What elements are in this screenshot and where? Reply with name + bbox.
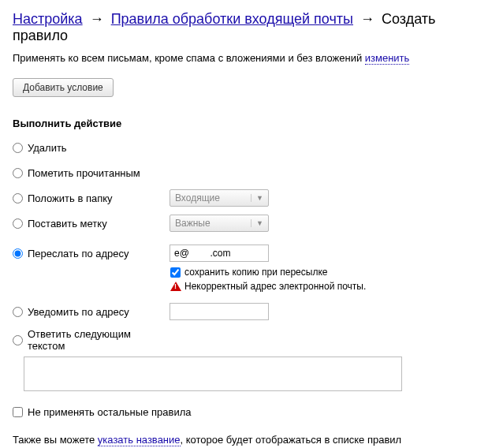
action-notify-label: Уведомить по адресу (28, 306, 170, 318)
action-moveto-radio[interactable] (13, 193, 23, 203)
action-reply-label: Ответить следующим текстом (28, 328, 170, 352)
action-label-radio[interactable] (13, 218, 23, 229)
applies-to-text: Применять ко всем письмам, кроме спама с… (13, 52, 490, 64)
action-delete-label: Удалить (28, 142, 170, 154)
breadcrumb-sep: → (90, 11, 104, 27)
action-moveto-row: Положить в папку Входящие ▼ (13, 189, 490, 207)
action-forward-label: Переслать по адресу (28, 248, 170, 259)
action-section-title: Выполнить действие (13, 118, 490, 129)
action-label-label: Поставить метку (28, 218, 170, 230)
forward-extra-block: сохранить копию при пересылке Некорректн… (170, 267, 490, 292)
action-label-row: Поставить метку Важные ▼ (13, 215, 490, 232)
label-name-dropdown[interactable]: Важные ▼ (170, 215, 269, 232)
keep-copy-checkbox[interactable] (170, 267, 181, 278)
action-moveto-label: Положить в папку (28, 192, 170, 204)
notify-address-input[interactable] (170, 303, 269, 320)
forward-address-input[interactable] (170, 245, 269, 262)
action-reply-radio[interactable] (13, 335, 23, 345)
action-notify-row: Уведомить по адресу (13, 303, 490, 320)
warning-icon (170, 282, 181, 291)
moveto-folder-dropdown[interactable]: Входящие ▼ (170, 189, 269, 207)
stop-rules-row[interactable]: Не применять остальные правила (13, 406, 490, 418)
stop-rules-checkbox[interactable] (13, 407, 23, 417)
action-delete-radio[interactable] (13, 143, 23, 153)
name-hint-text: Также вы можете указать название, которо… (13, 434, 490, 446)
keep-copy-row[interactable]: сохранить копию при пересылке (170, 267, 490, 278)
action-markread-radio[interactable] (13, 168, 23, 178)
breadcrumb: Настройка → Правила обработки входящей п… (13, 11, 490, 44)
label-name-value: Важные (175, 218, 211, 229)
stop-rules-label: Не применять остальные правила (28, 406, 191, 418)
reply-text-input[interactable] (24, 357, 402, 391)
action-forward-radio[interactable] (13, 248, 23, 259)
breadcrumb-rules-link[interactable]: Правила обработки входящей почты (111, 11, 353, 27)
action-markread-row[interactable]: Пометить прочитанным (13, 164, 490, 181)
invalid-email-text: Некорректный адрес электронной почты. (184, 281, 366, 292)
action-reply-row[interactable]: Ответить следующим текстом (13, 328, 490, 352)
chevron-down-icon: ▼ (251, 219, 263, 227)
breadcrumb-sep: → (360, 11, 374, 27)
chevron-down-icon: ▼ (251, 194, 263, 202)
breadcrumb-settings-link[interactable]: Настройка (13, 11, 83, 27)
invalid-email-error: Некорректный адрес электронной почты. (170, 281, 490, 292)
action-markread-label: Пометить прочитанным (28, 167, 170, 179)
add-condition-button[interactable]: Добавить условие (13, 78, 114, 97)
action-forward-row: Переслать по адресу (13, 245, 490, 262)
keep-copy-label: сохранить копию при пересылке (184, 267, 327, 278)
action-notify-radio[interactable] (13, 307, 23, 317)
edit-conditions-link[interactable]: изменить (365, 52, 410, 65)
reply-textarea-wrap (24, 357, 490, 394)
action-delete-row[interactable]: Удалить (13, 139, 490, 156)
set-name-link[interactable]: указать название (98, 434, 181, 446)
moveto-folder-value: Входящие (175, 192, 220, 203)
